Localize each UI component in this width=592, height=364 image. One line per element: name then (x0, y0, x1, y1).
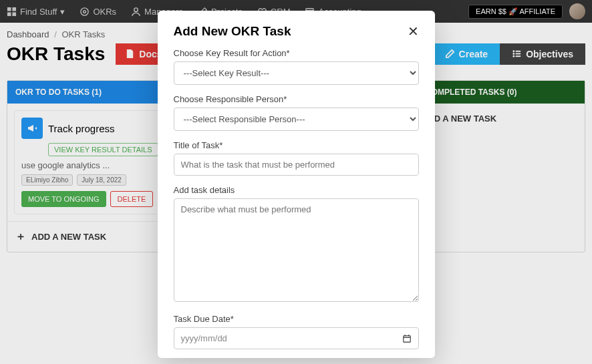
modal-title: Add New OKR Task (174, 24, 291, 39)
close-icon: ✕ (408, 24, 419, 39)
calendar-icon (402, 334, 412, 343)
task-title-label: Title of Task* (174, 140, 419, 150)
due-date-label: Task Due Date* (174, 314, 419, 324)
key-result-label: Choose Key Result for Action* (174, 48, 419, 58)
svg-rect-15 (403, 335, 410, 342)
due-date-input[interactable]: yyyy/mm/dd (174, 327, 419, 349)
task-details-textarea[interactable] (174, 198, 419, 302)
due-date-placeholder: yyyy/mm/dd (181, 333, 227, 343)
task-title-input[interactable] (174, 154, 419, 176)
modal-close-button[interactable]: ✕ (408, 25, 419, 38)
modal-overlay[interactable]: Add New OKR Task ✕ Choose Key Result for… (0, 0, 592, 364)
responsible-person-select[interactable]: ---Select Responsible Person--- (174, 108, 419, 131)
task-details-label: Add task details (174, 185, 419, 195)
responsible-person-label: Choose Responsible Person* (174, 94, 419, 104)
add-okr-task-modal: Add New OKR Task ✕ Choose Key Result for… (158, 11, 435, 358)
key-result-select[interactable]: ---Select Key Result--- (174, 61, 419, 85)
